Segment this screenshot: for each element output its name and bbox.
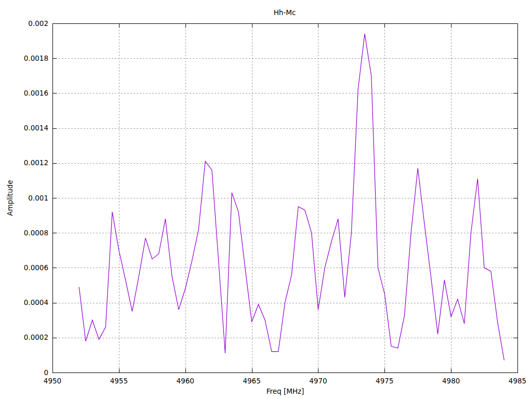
y-tick-label: 0.001 bbox=[28, 194, 48, 202]
y-tick-label: 0.0004 bbox=[24, 298, 48, 307]
grid-lines bbox=[52, 23, 517, 373]
x-tick-label: 4970 bbox=[309, 377, 327, 385]
y-tick-label: 0.0018 bbox=[24, 54, 48, 62]
x-tick-label: 4950 bbox=[44, 377, 61, 385]
y-tick-label: 0.0014 bbox=[24, 124, 48, 132]
plot-canvas: 4950495549604965497049754980498500.00020… bbox=[0, 0, 532, 399]
y-tick-label: 0.0002 bbox=[24, 333, 48, 341]
x-axis-label: Freq [MHz] bbox=[267, 387, 304, 395]
y-tick-label: 0.0016 bbox=[24, 89, 48, 97]
y-tick-label: 0.0008 bbox=[24, 229, 48, 237]
chart-title: Hh-Mc bbox=[274, 8, 296, 17]
y-tick-label: 0.0006 bbox=[24, 263, 48, 272]
x-tick-label: 4975 bbox=[376, 377, 393, 385]
x-tick-label: 4965 bbox=[243, 377, 260, 385]
y-tick-label: 0 bbox=[44, 368, 48, 377]
chart-screenshot: 4950495549604965497049754980498500.00020… bbox=[0, 0, 532, 399]
series-line bbox=[79, 34, 504, 360]
x-tick-label: 4960 bbox=[177, 377, 194, 385]
y-tick-label: 0.0012 bbox=[24, 158, 48, 167]
x-tick-label: 4985 bbox=[509, 377, 526, 385]
x-tick-label: 4980 bbox=[442, 377, 460, 385]
y-tick-label: 0.002 bbox=[28, 19, 48, 28]
y-axis-label: Amplitude bbox=[6, 180, 14, 216]
data-series bbox=[79, 34, 504, 360]
x-tick-label: 4955 bbox=[110, 377, 128, 385]
